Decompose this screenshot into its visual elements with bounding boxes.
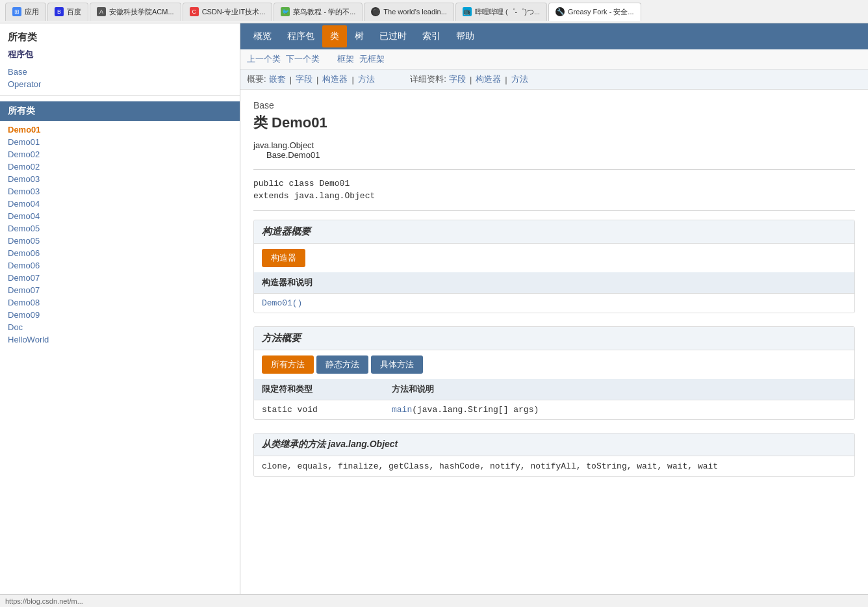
constructor-badge-btn[interactable]: 构造器 xyxy=(262,249,305,267)
method-col2-header: 方法和说明 xyxy=(384,379,854,400)
constructor-section-header: 构造器概要 xyxy=(254,220,854,244)
sig-line2: extends java.lang.Object xyxy=(253,191,375,201)
tab-label: 哔哩哔哩 (゜-゜)つ... xyxy=(475,7,540,17)
sidebar-class-link[interactable]: Demo07 xyxy=(0,284,240,296)
constructor-col-header: 构造器和说明 xyxy=(254,272,854,294)
browser-tab[interactable]: ⚫The world's leadin... xyxy=(364,3,453,21)
method-name-link[interactable]: main xyxy=(392,405,412,415)
sidebar-package-link[interactable]: Operator xyxy=(0,78,240,90)
table-row: Demo01() xyxy=(254,294,854,313)
method-tab-buttons: 所有方法 静态方法 具体方法 xyxy=(254,350,854,379)
content-divider-1 xyxy=(253,169,855,170)
class-signature-2: extends java.lang.Object xyxy=(253,191,855,201)
sidebar-class-link[interactable]: Demo07 xyxy=(0,272,240,284)
detail-label: 详细资料: xyxy=(410,73,446,85)
tab-label: Greasy Fork - 安全... xyxy=(568,7,633,17)
sidebar-package-section: 程序包 xyxy=(0,46,240,66)
tab-favicon: A xyxy=(97,7,106,16)
main-content: 概览程序包类树已过时索引帮助 上一个类 下一个类 框架 无框架 概要: 嵌套 |… xyxy=(240,23,868,607)
browser-bar: ⊞应用B百度A安徽科技学院ACM...CCSDN-专业IT技术...🐦菜鸟教程 … xyxy=(0,0,868,23)
browser-tab[interactable]: ⊞应用 xyxy=(5,3,46,21)
sidebar-class-link[interactable]: Demo05 xyxy=(0,222,240,235)
sidebar-class-link[interactable]: Demo02 xyxy=(0,161,240,173)
class-content: Base 类 Demo01 java.lang.Object Base.Demo… xyxy=(240,90,868,500)
inherited-body: clone, equals, finalize, getClass, hashC… xyxy=(254,456,854,476)
content-divider-2 xyxy=(253,210,855,211)
nested-link[interactable]: 嵌套 xyxy=(269,73,286,85)
method-link[interactable]: 方法 xyxy=(358,73,375,85)
sidebar-class-link[interactable]: Demo03 xyxy=(0,173,240,185)
sidebar-class-link[interactable]: Demo01 xyxy=(0,123,240,136)
sidebar-class-link[interactable]: Demo05 xyxy=(0,235,240,247)
sidebar-class-link[interactable]: Demo01 xyxy=(0,136,240,148)
tab-favicon: 📺 xyxy=(463,7,472,16)
static-methods-tab[interactable]: 静态方法 xyxy=(316,355,368,374)
tab-favicon: 🔧 xyxy=(555,7,565,16)
constructor-link[interactable]: 构造器 xyxy=(322,73,348,85)
package-name: Base xyxy=(253,100,855,110)
inherited-header: 从类继承的方法 java.lang.Object xyxy=(254,433,854,456)
browser-tab[interactable]: 🔧Greasy Fork - 安全... xyxy=(548,3,641,21)
sidebar-class-link[interactable]: Demo04 xyxy=(0,198,240,210)
browser-tab[interactable]: 🐦菜鸟教程 - 学的不... xyxy=(274,3,363,21)
all-methods-tab[interactable]: 所有方法 xyxy=(262,355,314,374)
frame-link[interactable]: 框架 xyxy=(337,53,354,65)
detail-method-link[interactable]: 方法 xyxy=(511,73,528,85)
page-layout: 所有类 程序包 BaseOperator 所有类 Demo01Demo01Dem… xyxy=(0,23,868,607)
status-url: https://blog.csdn.net/m... xyxy=(5,597,863,605)
sig-line1: public class Demo01 xyxy=(253,179,350,188)
method-modifier-cell: static void xyxy=(254,400,384,420)
top-nav-item[interactable]: 程序包 xyxy=(279,25,322,47)
top-nav-item[interactable]: 概览 xyxy=(246,25,279,47)
method-section-header: 方法概要 xyxy=(254,327,854,350)
method-table: 限定符和类型 方法和说明 static voidmain(java.lang.S… xyxy=(254,379,854,419)
tab-label: 安徽科技学院ACM... xyxy=(109,7,174,17)
top-nav-item[interactable]: 索引 xyxy=(415,25,448,47)
class-title: 类 Demo01 xyxy=(253,113,855,133)
constructor-table: 构造器和说明 Demo01() xyxy=(254,272,854,313)
hierarchy-child: Base.Demo01 xyxy=(266,150,855,160)
browser-tab[interactable]: B百度 xyxy=(47,3,88,21)
tab-favicon: C xyxy=(190,7,199,16)
next-class-link[interactable]: 下一个类 xyxy=(286,53,320,65)
sidebar-class-link[interactable]: HelloWorld xyxy=(0,333,240,346)
top-nav-item[interactable]: 树 xyxy=(347,25,372,47)
browser-tab[interactable]: 📺哔哩哔哩 (゜-゜)つ... xyxy=(455,3,547,21)
browser-tab[interactable]: CCSDN-专业IT技术... xyxy=(183,3,273,21)
summary-label: 概要: xyxy=(247,73,266,85)
detail-field-link[interactable]: 字段 xyxy=(449,73,466,85)
constructor-link[interactable]: Demo01() xyxy=(262,298,302,308)
sidebar-class-link[interactable]: Demo06 xyxy=(0,259,240,272)
sidebar-package-links: BaseOperator xyxy=(0,66,240,90)
class-signature-1: public class Demo01 xyxy=(253,179,855,188)
top-nav-item[interactable]: 已过时 xyxy=(372,25,415,47)
sidebar-allclasses-header: 所有类 xyxy=(0,101,240,121)
field-link[interactable]: 字段 xyxy=(296,73,313,85)
constructor-cell: Demo01() xyxy=(254,294,854,313)
sidebar-class-link[interactable]: Demo06 xyxy=(0,247,240,259)
sidebar-all-classes-title: 所有类 xyxy=(0,23,240,46)
browser-tab[interactable]: A安徽科技学院ACM... xyxy=(90,3,181,21)
nav-separator xyxy=(325,55,332,64)
sidebar-class-link[interactable]: Doc xyxy=(0,321,240,333)
class-hierarchy: java.lang.Object Base.Demo01 xyxy=(253,140,855,160)
sidebar-class-link[interactable]: Demo08 xyxy=(0,296,240,309)
no-frame-link[interactable]: 无框架 xyxy=(359,53,385,65)
sidebar-class-link[interactable]: Demo04 xyxy=(0,210,240,222)
top-nav-item[interactable]: 帮助 xyxy=(448,25,482,47)
tab-label: 百度 xyxy=(67,7,81,17)
tab-label: The world's leadin... xyxy=(383,8,446,16)
sidebar-package-link[interactable]: Base xyxy=(0,66,240,78)
sidebar-class-link[interactable]: Demo02 xyxy=(0,148,240,161)
detail-constructor-link[interactable]: 构造器 xyxy=(476,73,501,85)
method-params: (java.lang.String[] args) xyxy=(412,405,539,415)
sidebar-class-link[interactable]: Demo03 xyxy=(0,185,240,198)
breadcrumb-nav: 概要: 嵌套 | 字段 | 构造器 | 方法 详细资料: 字段 | 构造器 | … xyxy=(240,70,868,90)
status-bar: https://blog.csdn.net/m... xyxy=(0,594,868,607)
top-nav-item[interactable]: 类 xyxy=(322,25,347,47)
prev-class-link[interactable]: 上一个类 xyxy=(247,53,281,65)
method-col1-header: 限定符和类型 xyxy=(254,379,384,400)
concrete-methods-tab[interactable]: 具体方法 xyxy=(371,355,423,374)
tab-favicon: B xyxy=(55,7,64,16)
sidebar-class-link[interactable]: Demo09 xyxy=(0,309,240,321)
